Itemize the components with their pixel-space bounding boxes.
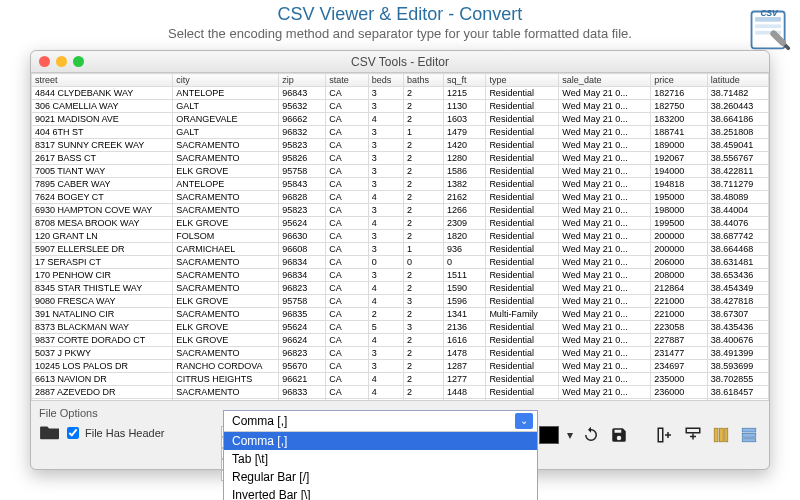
table-cell[interactable]: 38.459041 [707, 139, 768, 152]
table-cell[interactable]: 1586 [444, 165, 486, 178]
table-cell[interactable]: 7005 TIANT WAY [32, 165, 173, 178]
table-row[interactable]: 10245 LOS PALOS DRRANCHO CORDOVA95670CA3… [32, 360, 769, 373]
table-cell[interactable]: 221000 [651, 295, 708, 308]
table-cell[interactable]: Residential [486, 191, 559, 204]
table-cell[interactable]: 192067 [651, 152, 708, 165]
table-cell[interactable]: 38.251808 [707, 126, 768, 139]
table-cell[interactable]: 95624 [279, 321, 326, 334]
has-header-checkbox[interactable] [67, 427, 79, 439]
table-cell[interactable]: Residential [486, 373, 559, 386]
column-header[interactable]: state [326, 74, 368, 87]
table-row[interactable]: 4844 CLYDEBANK WAYANTELOPE96843CA321215R… [32, 87, 769, 100]
table-cell[interactable]: Residential [486, 230, 559, 243]
table-row[interactable]: 391 NATALINO CIRSACRAMENTO96835CA221341M… [32, 308, 769, 321]
table-cell[interactable]: 96624 [279, 334, 326, 347]
table-cell[interactable]: SACRAMENTO [173, 269, 279, 282]
table-cell[interactable]: 200000 [651, 243, 708, 256]
separator-option[interactable]: Regular Bar [/] [224, 468, 537, 486]
table-cell[interactable]: 4 [368, 113, 403, 126]
table-cell[interactable]: ORANGEVALE [173, 113, 279, 126]
table-cell[interactable]: 38.435436 [707, 321, 768, 334]
table-cell[interactable]: 3 [368, 178, 403, 191]
table-cell[interactable]: Wed May 21 0... [559, 386, 651, 399]
refresh-icon[interactable] [581, 426, 601, 444]
table-cell[interactable]: GALT [173, 100, 279, 113]
table-cell[interactable]: 38.454349 [707, 282, 768, 295]
table-row[interactable]: 170 PENHOW CIRSACRAMENTO96834CA321511Res… [32, 269, 769, 282]
table-cell[interactable]: 200000 [651, 230, 708, 243]
table-row[interactable]: 2617 BASS CTSACRAMENTO95826CA321280Resid… [32, 152, 769, 165]
table-cell[interactable]: 38.400676 [707, 334, 768, 347]
table-row[interactable]: 2887 AZEVEDO DRSACRAMENTO96833CA421448Re… [32, 386, 769, 399]
table-cell[interactable]: 4 [368, 282, 403, 295]
table-cell[interactable]: 2 [403, 87, 443, 100]
table-cell[interactable]: 95826 [279, 152, 326, 165]
table-cell[interactable]: 227887 [651, 334, 708, 347]
table-cell[interactable]: Residential [486, 360, 559, 373]
table-cell[interactable]: 4844 CLYDEBANK WAY [32, 87, 173, 100]
table-row[interactable]: 6930 HAMPTON COVE WAYSACRAMENTO95823CA32… [32, 204, 769, 217]
table-row[interactable]: 5037 J PKWYSACRAMENTO96823CA321478Reside… [32, 347, 769, 360]
table-cell[interactable]: 38.618457 [707, 386, 768, 399]
table-cell[interactable]: Wed May 21 0... [559, 269, 651, 282]
table-cell[interactable]: CA [326, 334, 368, 347]
table-cell[interactable]: 9021 MADISON AVE [32, 113, 173, 126]
table-cell[interactable]: 2 [403, 282, 443, 295]
column-header[interactable]: city [173, 74, 279, 87]
table-cell[interactable]: Wed May 21 0... [559, 308, 651, 321]
table-cell[interactable]: 96823 [279, 347, 326, 360]
table-cell[interactable]: 38.491399 [707, 347, 768, 360]
rows-icon[interactable] [739, 426, 759, 444]
table-cell[interactable]: 7895 CABER WAY [32, 178, 173, 191]
table-cell[interactable]: 5037 J PKWY [32, 347, 173, 360]
table-cell[interactable]: 2 [403, 191, 443, 204]
table-cell[interactable]: CA [326, 217, 368, 230]
table-cell[interactable]: CA [326, 100, 368, 113]
table-cell[interactable]: 95670 [279, 360, 326, 373]
table-cell[interactable]: 17 SERASPI CT [32, 256, 173, 269]
table-cell[interactable]: Wed May 21 0... [559, 204, 651, 217]
table-cell[interactable]: 2136 [444, 321, 486, 334]
table-cell[interactable]: GALT [173, 126, 279, 139]
table-cell[interactable]: 2 [403, 113, 443, 126]
table-cell[interactable]: ELK GROVE [173, 217, 279, 230]
table-cell[interactable]: Residential [486, 295, 559, 308]
table-cell[interactable]: Wed May 21 0... [559, 126, 651, 139]
table-cell[interactable]: Residential [486, 126, 559, 139]
table-cell[interactable]: Wed May 21 0... [559, 373, 651, 386]
table-cell[interactable]: Wed May 21 0... [559, 360, 651, 373]
table-row[interactable]: 7005 TIANT WAYELK GROVE95758CA321586Resi… [32, 165, 769, 178]
table-cell[interactable]: 1511 [444, 269, 486, 282]
table-cell[interactable]: 1341 [444, 308, 486, 321]
table-cell[interactable]: 183200 [651, 113, 708, 126]
table-cell[interactable]: SACRAMENTO [173, 347, 279, 360]
table-cell[interactable]: 2 [403, 100, 443, 113]
table-cell[interactable]: CA [326, 386, 368, 399]
table-cell[interactable]: ANTELOPE [173, 87, 279, 100]
table-cell[interactable]: 95843 [279, 178, 326, 191]
save-icon[interactable] [609, 426, 629, 444]
table-cell[interactable]: 2 [403, 347, 443, 360]
table-cell[interactable]: CA [326, 126, 368, 139]
table-cell[interactable]: 8708 MESA BROOK WAY [32, 217, 173, 230]
table-cell[interactable]: 96834 [279, 256, 326, 269]
table-cell[interactable]: 2309 [444, 217, 486, 230]
table-cell[interactable]: 3 [368, 347, 403, 360]
table-cell[interactable]: CARMICHAEL [173, 243, 279, 256]
table-cell[interactable]: 9080 FRESCA WAY [32, 295, 173, 308]
table-cell[interactable]: Residential [486, 386, 559, 399]
table-cell[interactable]: 96843 [279, 87, 326, 100]
table-cell[interactable]: 2 [368, 308, 403, 321]
separator-option[interactable]: Comma [,] [224, 432, 537, 450]
table-cell[interactable]: CA [326, 256, 368, 269]
table-cell[interactable]: 95758 [279, 295, 326, 308]
table-cell[interactable]: 96833 [279, 386, 326, 399]
table-cell[interactable]: Wed May 21 0... [559, 139, 651, 152]
table-cell[interactable]: 194000 [651, 165, 708, 178]
table-cell[interactable]: 2 [403, 204, 443, 217]
table-cell[interactable]: Residential [486, 256, 559, 269]
table-cell[interactable]: CA [326, 152, 368, 165]
table-cell[interactable]: CA [326, 282, 368, 295]
table-cell[interactable]: 8317 SUNNY CREEK WAY [32, 139, 173, 152]
table-cell[interactable]: 38.71482 [707, 87, 768, 100]
